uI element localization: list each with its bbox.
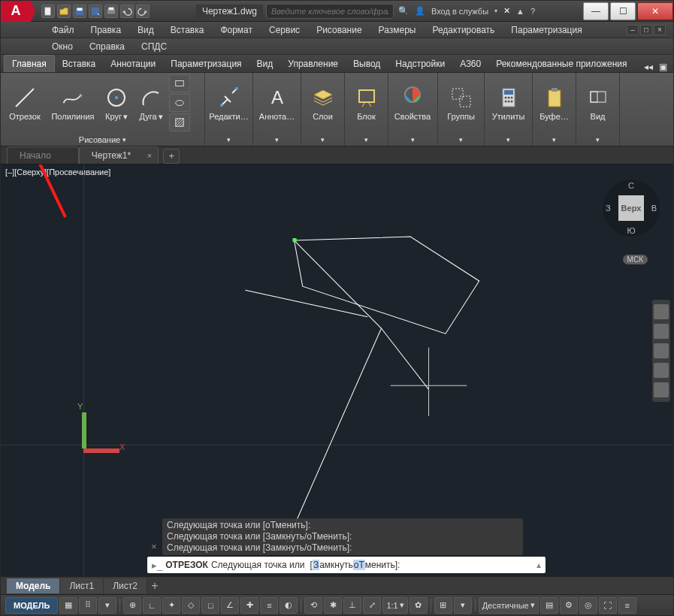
panel-layers-dropdown[interactable]: ▾ [301, 133, 344, 146]
mdi-close[interactable]: × [654, 25, 666, 35]
ribbon-tab-output[interactable]: Вывод [346, 56, 388, 72]
panel-modify-dropdown[interactable]: ▾ [205, 133, 252, 146]
nav-orbit-icon[interactable] [654, 363, 669, 378]
qat-undo-icon[interactable] [120, 5, 134, 18]
qat-plot-icon[interactable] [104, 5, 118, 18]
modify-button[interactable]: Редакти… [208, 74, 249, 131]
signin-icon[interactable]: 👤 [415, 6, 425, 16]
sb-ortho-icon[interactable]: ∟ [143, 597, 161, 614]
ribbon-tab-manage[interactable]: Управление [280, 56, 346, 72]
rectangle-icon[interactable] [169, 74, 190, 92]
menu-tools[interactable]: Сервис [261, 23, 307, 37]
circle-button[interactable]: Круг▾ [100, 74, 133, 131]
sb-isodraft-icon[interactable]: ◇ [182, 597, 200, 614]
ellipse-icon[interactable] [169, 94, 190, 112]
sb-dynamic-input-icon[interactable]: ⊕ [123, 597, 141, 614]
block-button[interactable]: Блок [348, 74, 385, 131]
menu-insert[interactable]: Вставка [163, 23, 212, 37]
close-tab-icon[interactable]: × [147, 151, 152, 160]
search-settings-icon[interactable]: 🔍 [398, 6, 409, 16]
ribbon-tab-addins[interactable]: Надстройки [388, 56, 452, 72]
sb-annomonitor-icon[interactable]: ⊥ [343, 597, 361, 614]
close-button[interactable]: ✕ [637, 2, 673, 20]
sb-modelspace[interactable]: МОДЕЛЬ [5, 597, 58, 614]
sb-customize-icon[interactable]: ≡ [618, 597, 636, 614]
viewcube-face[interactable]: Верх [618, 195, 644, 221]
layers-button[interactable]: Слои [304, 74, 341, 131]
ribbon-tab-featured[interactable]: Рекомендованные приложения [488, 56, 634, 72]
sb-transparency-icon[interactable]: ◐ [280, 597, 298, 614]
panel-utilities-dropdown[interactable]: ▾ [485, 133, 532, 146]
sb-snapmode-icon[interactable]: ⠿ [79, 597, 97, 614]
nav-fullnav-icon[interactable] [654, 304, 669, 319]
menu-format[interactable]: Формат [213, 23, 260, 37]
viewcube-south[interactable]: Ю [627, 226, 635, 235]
polyline-button[interactable]: Полилиния [47, 74, 98, 131]
ribbon-tab-parametric[interactable]: Параметризация [163, 56, 249, 72]
viewcube-east[interactable]: В [651, 204, 657, 213]
command-close-icon[interactable]: × [151, 541, 157, 552]
menu-parametric[interactable]: Параметризация [503, 23, 589, 37]
sb-polar-icon[interactable]: ✦ [162, 597, 180, 614]
panel-groups-dropdown[interactable]: ▾ [438, 133, 484, 146]
sb-quickprops-icon[interactable]: ▾ [454, 597, 472, 614]
menu-draw[interactable]: Рисование [309, 23, 369, 37]
view-button[interactable]: Вид [579, 74, 616, 131]
ribbon-tab-insert[interactable]: Вставка [55, 56, 104, 72]
command-option-undo[interactable]: оТ [353, 560, 365, 570]
panel-properties-dropdown[interactable]: ▾ [388, 133, 437, 146]
menu-help[interactable]: Справка [82, 40, 132, 53]
sb-gizmo-icon[interactable]: ✱ [324, 597, 342, 614]
properties-button[interactable]: Свойства [391, 74, 434, 131]
wcs-label[interactable]: МСК [623, 255, 648, 264]
minimize-button[interactable]: — [583, 2, 609, 20]
line-button[interactable]: Отрезок [4, 74, 46, 131]
sb-infer-icon[interactable]: ▾ [98, 597, 116, 614]
menu-window[interactable]: Окно [44, 40, 80, 53]
nav-zoom-icon[interactable] [654, 343, 669, 358]
sb-grid-icon[interactable]: ▦ [59, 597, 77, 614]
clipboard-button[interactable]: Буфе… [536, 74, 573, 131]
command-option-close[interactable]: З [313, 560, 319, 570]
command-line[interactable]: ▸_ ОТРЕЗОК Следующая точка или [Замкнуть… [147, 557, 546, 573]
file-tab-drawing1[interactable]: Чертеж1*× [79, 146, 159, 164]
sb-otrack-icon[interactable]: ✚ [240, 597, 258, 614]
qat-open-icon[interactable] [57, 5, 71, 18]
qat-save-icon[interactable] [73, 5, 86, 18]
help-icon[interactable]: ? [530, 7, 535, 16]
menu-dimension[interactable]: Размеры [371, 23, 424, 37]
hatch-icon[interactable] [169, 113, 190, 131]
panel-annotation-dropdown[interactable]: ▾ [253, 133, 301, 146]
menu-modify[interactable]: Редактировать [425, 23, 502, 37]
ribbon-tab-view[interactable]: Вид [249, 56, 281, 72]
menu-file[interactable]: Файл [44, 23, 82, 37]
ribbon-collapse-icon[interactable]: ▣ [656, 62, 670, 72]
ribbon-tab-home[interactable]: Главная [4, 55, 55, 72]
mdi-minimize[interactable]: – [627, 25, 639, 35]
panel-draw-label[interactable]: Рисование▾ [1, 133, 204, 146]
sb-quickview-icon[interactable]: ▤ [540, 597, 558, 614]
ribbon-tab-annotate[interactable]: Аннотации [103, 56, 163, 72]
qat-redo-icon[interactable] [136, 5, 150, 18]
ribbon-prev-icon[interactable]: ◂◂ [641, 62, 656, 72]
sb-selection-cycling-icon[interactable]: ⟲ [304, 597, 322, 614]
viewcube-west[interactable]: З [606, 204, 611, 213]
exchange-icon[interactable]: ✕ [503, 6, 510, 16]
sb-units[interactable]: Десятичные ▾ [479, 597, 539, 614]
sb-hardware-accel-icon[interactable]: ⚙ [560, 597, 578, 614]
nav-pan-icon[interactable] [654, 324, 669, 339]
sb-osnap-icon[interactable]: □ [201, 597, 219, 614]
sb-cleanscreen-icon[interactable]: ⛶ [599, 597, 617, 614]
command-expand-icon[interactable]: ▴ [536, 560, 541, 570]
menu-spds[interactable]: СПДС [134, 40, 174, 53]
nav-showmotion-icon[interactable] [654, 382, 669, 397]
ribbon-tab-a360[interactable]: A360 [452, 56, 488, 72]
file-tab-add[interactable]: + [163, 149, 180, 164]
help-search-input[interactable] [266, 4, 394, 19]
menu-edit[interactable]: Правка [83, 23, 129, 37]
file-tab-start[interactable]: Начало [7, 146, 79, 164]
sb-3dosnap-icon[interactable]: ∠ [221, 597, 239, 614]
panel-block-dropdown[interactable]: ▾ [345, 133, 388, 146]
layout-tab-layout2[interactable]: Лист2 [104, 578, 147, 593]
menu-view[interactable]: Вид [130, 23, 162, 37]
